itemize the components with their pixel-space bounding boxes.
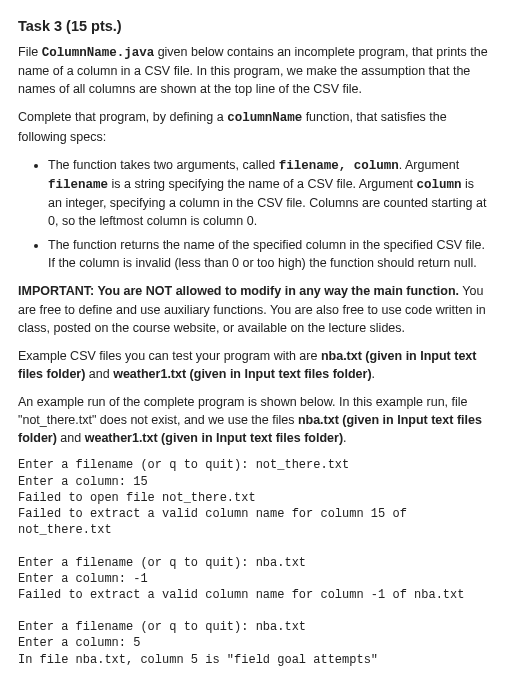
intro-paragraph-1: File ColumnName.java given below contain…	[18, 43, 490, 98]
file-weather1: weather1.txt (given in Input text files …	[113, 367, 371, 381]
text: is a string specifying the name of a CSV…	[108, 177, 416, 191]
text: Example CSV files you can test your prog…	[18, 349, 321, 363]
task-title: Task 3 (15 pts.)	[18, 16, 490, 37]
text: Complete that program, by defining a	[18, 110, 227, 124]
console-output: Enter a filename (or q to quit): not_the…	[18, 457, 490, 677]
important-strong: IMPORTANT: You are NOT allowed to modify…	[18, 284, 459, 298]
text: .	[372, 367, 375, 381]
function-name: columnName	[227, 111, 302, 125]
example-run-paragraph: An example run of the complete program i…	[18, 393, 490, 447]
text: and	[57, 431, 85, 445]
text: File	[18, 45, 42, 59]
arg-filename: filename	[48, 178, 108, 192]
filename-columnname-java: ColumnName.java	[42, 46, 155, 60]
file-weather1-2: weather1.txt (given in Input text files …	[85, 431, 343, 445]
arg-column: column	[417, 178, 462, 192]
text: . Argument	[399, 158, 459, 172]
spec-item-1: The function takes two arguments, called…	[48, 156, 490, 231]
text: .	[343, 431, 346, 445]
args-filename-column: filename, column	[279, 159, 399, 173]
intro-paragraph-2: Complete that program, by defining a col…	[18, 108, 490, 145]
text: The function takes two arguments, called	[48, 158, 279, 172]
spec-item-2: The function returns the name of the spe…	[48, 236, 490, 272]
spec-list: The function takes two arguments, called…	[18, 156, 490, 273]
example-files-paragraph: Example CSV files you can test your prog…	[18, 347, 490, 383]
important-note: IMPORTANT: You are NOT allowed to modify…	[18, 282, 490, 336]
text: and	[85, 367, 113, 381]
